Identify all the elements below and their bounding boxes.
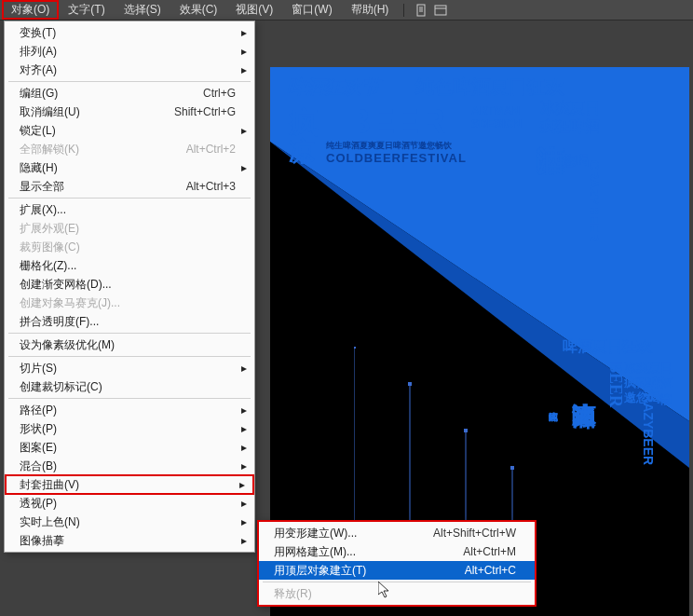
art-crazybeer2: CRAZYBEER [641,384,656,465]
submenu-make-with-top[interactable]: 用顶层对象建立(T)Alt+Ctrl+C [259,561,535,580]
art-title: 啤酒狂欢节 [287,75,380,100]
cursor-icon [378,582,393,603]
art-ice1: 冰爽夏日 [540,99,600,118]
menu-hide[interactable]: 隐藏(H)▸ [5,158,254,177]
menu-image-trace[interactable]: 图像描摹▸ [5,531,254,550]
svg-rect-13 [464,429,468,432]
art-crazybeer: CRAZYBEER [587,160,602,241]
menu-live-paint[interactable]: 实时上色(N)▸ [5,513,254,531]
menu-separator [8,81,251,82]
menubar-select[interactable]: 选择(S) [115,0,170,20]
submenu-arrow-icon: ▸ [241,26,247,39]
menu-perspective[interactable]: 透视(P)▸ [5,494,254,513]
menu-object-mosaic: 创建对象马赛克(J)... [5,294,254,312]
menu-gradient-mesh[interactable]: 创建渐变网格(D)... [5,275,254,294]
menu-lock[interactable]: 锁定(L)▸ [5,121,254,140]
menu-show-all[interactable]: 显示全部Alt+Ctrl+3 [5,177,254,196]
svg-rect-1 [435,6,446,15]
menu-flatten-transparency[interactable]: 拼合透明度(F)... [5,312,254,331]
menubar-text[interactable]: 文字(T) [59,0,114,20]
toolbar-panel-icon[interactable] [434,4,447,17]
menu-expand[interactable]: 扩展(X)... [5,200,254,219]
menu-align[interactable]: 对齐(A)▸ [5,61,254,79]
menu-blend[interactable]: 混合(B)▸ [5,457,254,475]
submenu-make-with-warp[interactable]: 用变形建立(W)...Alt+Shift+Ctrl+W [259,524,535,542]
art-ice2: 疯狂啤酒 [540,117,600,137]
art-sdesign: SDESIGN [471,117,522,130]
submenu-release: 释放(R) [259,584,535,603]
menu-envelope-distort[interactable]: 封套扭曲(V)▸ [5,474,254,495]
menu-group[interactable]: 编组(G)Ctrl+G [5,84,254,103]
menu-ungroup[interactable]: 取消编组(U)Shift+Ctrl+G [5,103,254,121]
svg-rect-0 [417,5,425,16]
menubar-object[interactable]: 对象(O) [2,0,59,20]
menu-path[interactable]: 路径(P)▸ [5,401,254,419]
menubar-view[interactable]: 视图(V) [226,0,282,20]
submenu-make-with-mesh[interactable]: 用网格建立(M)...Alt+Ctrl+M [259,542,535,561]
toolbar-doc-icon[interactable] [415,4,428,17]
art-fest: COLDBEERFESTIVAL [326,151,467,165]
menu-rasterize[interactable]: 栅格化(Z)... [5,256,254,275]
art-beer: BEER [346,103,447,142]
menubar-window[interactable]: 窗口(W) [282,0,341,20]
art-cool: 凉 [289,134,315,170]
art-invite: 邀您喝 [550,153,589,170]
svg-rect-12 [408,382,412,386]
svg-rect-14 [510,466,514,470]
art-beer-v: BEER [605,362,625,407]
art-subtitle: 纯色啤酒夏日狂欢 [415,75,564,100]
envelope-distort-submenu: 用变形建立(W)...Alt+Shift+Ctrl+W 用网格建立(M)...A… [257,520,537,607]
art-artman: ARTMAN [471,104,520,117]
menu-shape[interactable]: 形状(P)▸ [5,419,254,438]
menu-unlock-all: 全部解锁(K)Alt+Ctrl+2 [5,140,254,158]
menubar-separator [403,4,404,17]
menu-expand-appearance: 扩展外观(E) [5,219,254,238]
menu-trim-marks[interactable]: 创建裁切标记(C) [5,377,254,396]
menu-pattern[interactable]: 图案(E)▸ [5,438,254,457]
menu-slice[interactable]: 切片(S)▸ [5,359,254,377]
menu-crop-image: 裁剪图像(C) [5,238,254,256]
menu-arrange[interactable]: 排列(A)▸ [5,42,254,61]
menubar-effect[interactable]: 效果(C) [170,0,227,20]
svg-rect-11 [354,347,356,349]
menu-transform[interactable]: 变换(T)▸ [5,23,254,42]
object-menu: 变换(T)▸ 排列(A)▸ 对齐(A)▸ 编组(G)Ctrl+G 取消编组(U)… [4,21,255,553]
menubar-help[interactable]: 帮助(H) [342,0,399,20]
menu-pixel-perfect[interactable]: 设为像素级优化(M) [5,335,254,354]
